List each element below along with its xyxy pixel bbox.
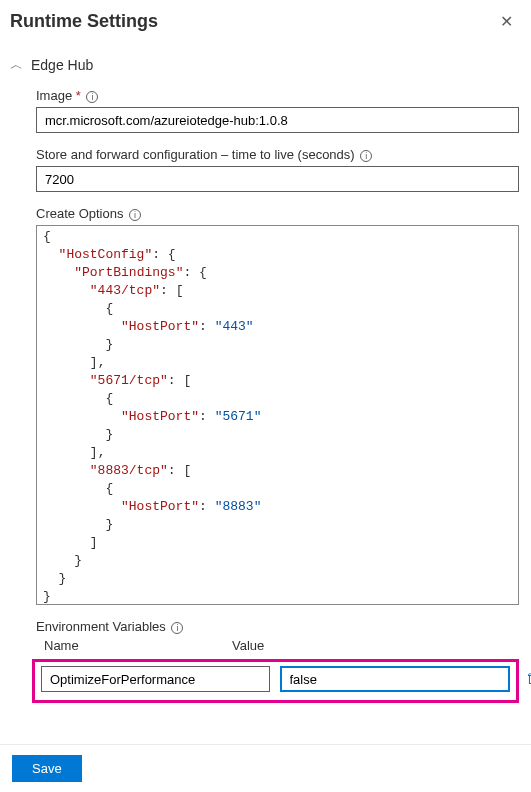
- info-icon[interactable]: i: [86, 91, 98, 103]
- required-asterisk: *: [76, 88, 81, 103]
- info-icon[interactable]: i: [171, 622, 183, 634]
- delete-icon[interactable]: 🗑: [526, 669, 531, 686]
- create-options-field: Create Options i { "HostConfig": { "Port…: [36, 206, 519, 605]
- highlight-annotation: [32, 659, 519, 703]
- create-options-label: Create Options i: [36, 206, 519, 221]
- env-col-name: Name: [36, 638, 226, 653]
- env-row: 🗑: [32, 659, 519, 703]
- image-field: Image * i: [36, 88, 519, 133]
- create-options-editor[interactable]: { "HostConfig": { "PortBindings": { "443…: [36, 225, 519, 605]
- page-title: Runtime Settings: [10, 11, 158, 32]
- env-name-input[interactable]: [41, 666, 270, 692]
- env-columns-header: Name Value: [36, 638, 525, 653]
- close-icon[interactable]: ✕: [496, 10, 517, 33]
- env-vars-field: Environment Variables i: [36, 619, 519, 634]
- ttl-input[interactable]: [36, 166, 519, 192]
- section-title: Edge Hub: [31, 57, 93, 73]
- ttl-label: Store and forward configuration – time t…: [36, 147, 519, 162]
- env-vars-label: Environment Variables i: [36, 619, 519, 634]
- image-label: Image * i: [36, 88, 519, 103]
- panel-header: Runtime Settings ✕: [0, 0, 531, 40]
- info-icon[interactable]: i: [360, 150, 372, 162]
- info-icon[interactable]: i: [129, 209, 141, 221]
- image-input[interactable]: [36, 107, 519, 133]
- section-toggle-edgehub[interactable]: ︿ Edge Hub: [10, 48, 525, 88]
- content-scroll[interactable]: ︿ Edge Hub Image * i Store and forward c…: [0, 40, 531, 744]
- chevron-up-icon: ︿: [10, 56, 23, 74]
- env-value-input[interactable]: [280, 666, 511, 692]
- footer-bar: Save: [0, 744, 531, 792]
- env-col-value: Value: [226, 638, 416, 653]
- save-button[interactable]: Save: [12, 755, 82, 782]
- ttl-field: Store and forward configuration – time t…: [36, 147, 519, 192]
